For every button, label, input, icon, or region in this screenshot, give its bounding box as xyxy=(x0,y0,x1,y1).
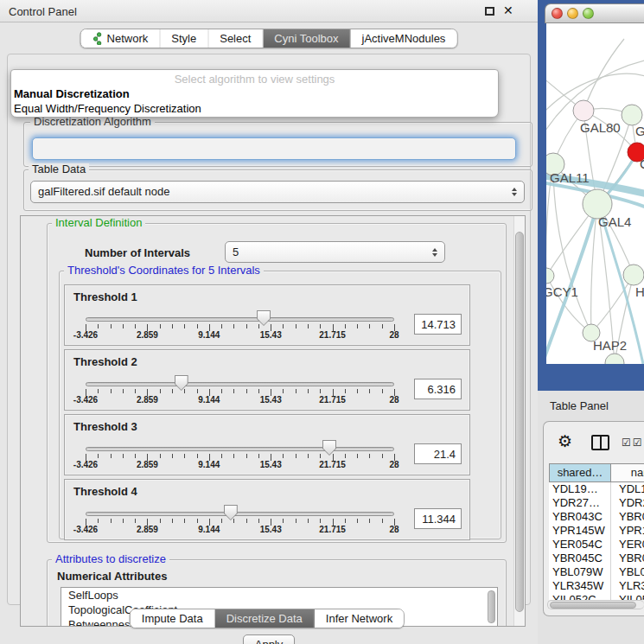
tab-label: Select xyxy=(220,32,251,45)
minor-tick xyxy=(246,389,247,393)
threshold-4-box: Threshold 4-3.4262.8599.14415.4321.71528… xyxy=(64,479,470,540)
combo-stepper-icon xyxy=(432,248,437,257)
minimize-traffic-light-icon[interactable] xyxy=(567,8,578,19)
tick-label: 28 xyxy=(389,330,399,340)
tab-discretize-data[interactable]: Discretize Data xyxy=(215,609,315,628)
cell-name: YBL079W xyxy=(610,565,644,579)
tab-infer-network[interactable]: Infer Network xyxy=(315,609,404,628)
node-table[interactable]: YDL19…YDL19…YDR27…YDR27…YBR043CYBR043CYP… xyxy=(549,482,644,600)
algorithm-combobox[interactable] xyxy=(32,137,516,160)
tab-label: jActiveMNodules xyxy=(362,32,446,45)
vertical-scrollbar-thumb[interactable] xyxy=(515,232,524,612)
network-canvas[interactable]: GAL80GACGAL11GAL4GCY1HHAP2 xyxy=(546,23,644,364)
node-label: GA xyxy=(635,124,644,138)
minor-tick xyxy=(172,454,173,458)
close-icon[interactable]: ✕ xyxy=(503,3,513,17)
tick-label: -3.426 xyxy=(73,395,98,405)
gear-icon[interactable]: ⚙ xyxy=(558,431,572,451)
threshold-value-field[interactable]: 6.316 xyxy=(414,379,462,399)
zoom-traffic-light-icon[interactable] xyxy=(583,8,594,19)
minor-tick xyxy=(184,454,185,458)
tab-impute-data[interactable]: Impute Data xyxy=(131,609,215,628)
slider-thumb[interactable] xyxy=(322,440,336,456)
list-scrollbar[interactable] xyxy=(488,590,495,623)
network-node-node-top-right[interactable] xyxy=(622,105,642,125)
minor-tick xyxy=(246,324,247,328)
tab-style[interactable]: Style xyxy=(160,29,208,48)
algorithm-option-manual[interactable]: Manual Discretization xyxy=(14,87,130,101)
minor-tick xyxy=(197,519,198,523)
network-node-gal80[interactable] xyxy=(573,100,594,121)
minor-tick xyxy=(111,389,112,393)
list-item[interactable]: SelfLoops xyxy=(61,588,497,603)
tab-cyni-toolbox[interactable]: Cyni Toolbox xyxy=(263,29,350,48)
number-of-intervals-combobox[interactable]: 5 xyxy=(225,241,445,263)
network-icon xyxy=(92,32,103,45)
settings-scrollpane: Interval Definition Number of Intervals … xyxy=(20,215,526,627)
threshold-label: Threshold 1 xyxy=(73,290,137,303)
table-row[interactable]: YBR043CYBR043C xyxy=(549,510,644,524)
table-row[interactable]: YER054CYER054C xyxy=(549,538,644,552)
tick-label: 9.144 xyxy=(198,460,220,469)
table-row[interactable]: YDR27…YDR27… xyxy=(549,496,644,510)
algorithm-option-equal-width[interactable]: Equal Width/Frequency Discretization xyxy=(14,102,201,116)
node-label: GAL4 xyxy=(598,214,631,229)
table-row[interactable]: YDL19…YDL19… xyxy=(549,482,644,496)
minor-tick xyxy=(382,324,383,328)
slider-thumb[interactable] xyxy=(224,505,238,520)
table-row[interactable]: YIL052CYIL052C xyxy=(549,593,644,600)
control-panel-tabs: NetworkStyleSelectCyni ToolboxjActiveMNo… xyxy=(80,29,458,48)
table-row[interactable]: YBL079WYBL079W xyxy=(549,565,644,579)
checkbox-icons[interactable]: ☑☑ xyxy=(622,437,644,449)
minor-tick xyxy=(258,389,259,393)
network-node-gcy1[interactable] xyxy=(546,268,554,284)
threshold-1-box: Threshold 1-3.4262.8599.14415.4321.71528… xyxy=(64,284,470,346)
close-traffic-light-icon[interactable] xyxy=(552,8,563,19)
slider-track[interactable] xyxy=(86,317,394,322)
combo-stepper-icon xyxy=(512,188,517,196)
table-row[interactable]: YLR345WYLR345W xyxy=(549,579,644,593)
minor-tick xyxy=(111,454,112,458)
slider-track[interactable] xyxy=(86,447,394,451)
node-label: GAL11 xyxy=(550,170,590,185)
columns-icon[interactable] xyxy=(591,435,609,450)
threshold-value-field[interactable]: 11.344 xyxy=(414,508,462,529)
minor-tick xyxy=(283,324,284,328)
tab-network[interactable]: Network xyxy=(81,29,161,48)
network-node-node-h[interactable] xyxy=(623,265,644,285)
table-data-label: Table Data xyxy=(29,163,89,175)
threshold-value-field[interactable]: 21.4 xyxy=(414,443,462,464)
network-node-node-bottom[interactable] xyxy=(605,354,624,364)
algorithm-placeholder-option[interactable]: Select algorithm to view settings xyxy=(11,73,498,86)
float-window-icon[interactable] xyxy=(485,7,494,16)
slider-track[interactable] xyxy=(86,382,394,386)
minor-tick xyxy=(320,454,321,458)
tab-jactivemnodules[interactable]: jActiveMNodules xyxy=(351,29,457,48)
cell-shared-name: YIL052C xyxy=(549,593,610,600)
slider-thumb[interactable] xyxy=(175,375,188,391)
tick-label: 9.144 xyxy=(198,330,220,340)
slider-track[interactable] xyxy=(86,512,394,516)
apply-button[interactable]: Apply xyxy=(243,634,295,644)
tab-label: Discretize Data xyxy=(226,612,303,625)
minor-tick xyxy=(233,324,234,328)
minor-tick xyxy=(123,454,124,458)
column-header-shared[interactable]: shared… xyxy=(549,463,611,482)
node-label: GAL80 xyxy=(580,120,621,135)
table-data-combobox[interactable]: galFiltered.sif default node xyxy=(30,181,525,203)
vertical-scrollbar-track[interactable] xyxy=(513,216,526,627)
threshold-value-field[interactable]: 14.713 xyxy=(414,314,462,335)
algorithm-dropdown-popup: Select algorithm to view settings Manual… xyxy=(10,69,499,118)
minor-tick xyxy=(197,389,198,393)
minor-tick xyxy=(296,519,296,523)
table-row[interactable]: YBR045CYBR045C xyxy=(549,552,644,565)
tick-label: 9.144 xyxy=(198,525,220,534)
horizontal-scrollbar-thumb[interactable] xyxy=(550,602,636,609)
column-header-name[interactable]: name xyxy=(610,463,644,482)
table-row[interactable]: YPR145WYPR145W xyxy=(549,524,644,538)
minor-tick xyxy=(283,519,284,523)
tick-label: 15.43 xyxy=(260,460,282,469)
tab-select[interactable]: Select xyxy=(208,29,263,48)
network-window-titlebar[interactable] xyxy=(545,3,644,23)
slider-thumb[interactable] xyxy=(257,310,271,326)
